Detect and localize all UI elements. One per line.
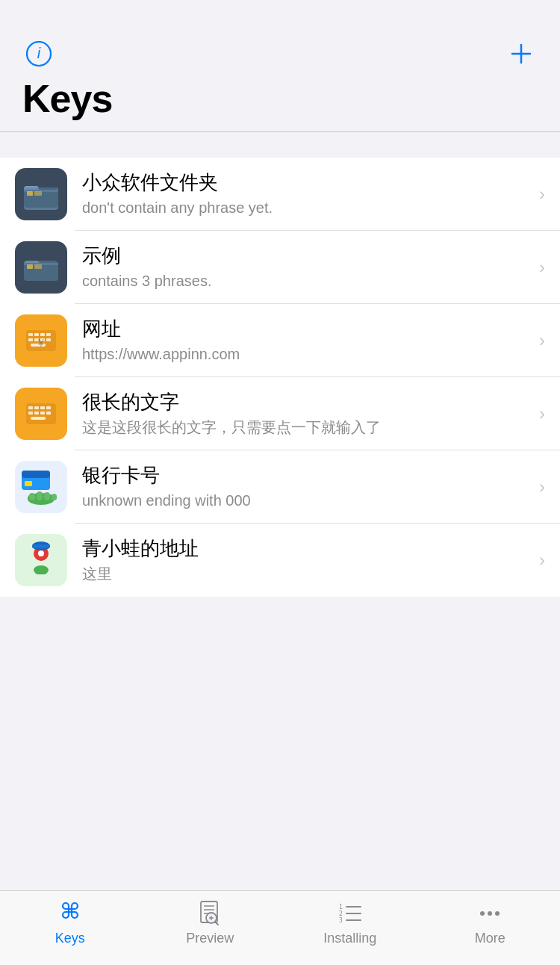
svg-rect-43 xyxy=(37,491,43,500)
list-item[interactable]: 青小蛙的地址 这里 › xyxy=(0,524,560,597)
svg-rect-38 xyxy=(22,471,50,478)
chevron-right-icon-3: › xyxy=(539,330,545,351)
keys-tab-icon xyxy=(55,900,85,927)
svg-rect-16 xyxy=(28,333,33,336)
item-text: 小众软件文件夹 don't contain any phrase yet. xyxy=(82,171,529,217)
svg-text:i: i xyxy=(37,45,41,61)
svg-rect-18 xyxy=(40,333,45,336)
installing-tab-icon: 1 2 3 xyxy=(335,900,365,927)
item-title-6: 青小蛙的地址 xyxy=(82,537,529,560)
tab-more[interactable]: More xyxy=(420,900,561,946)
item-title: 小众软件文件夹 xyxy=(82,171,529,194)
chevron-right-icon-4: › xyxy=(539,403,545,424)
svg-rect-51 xyxy=(34,567,48,574)
tab-label-preview: Preview xyxy=(186,931,234,946)
svg-rect-45 xyxy=(52,494,57,500)
list-item[interactable]: ¥ 网址 https://www.appinn.com › xyxy=(0,304,560,377)
folder-dark-icon xyxy=(15,168,67,220)
svg-text:¥: ¥ xyxy=(37,337,44,349)
add-button[interactable] xyxy=(505,37,538,70)
info-icon[interactable]: i xyxy=(22,37,55,70)
header: i xyxy=(0,0,560,70)
item-subtitle-2: contains 3 phrases. xyxy=(82,271,529,291)
svg-rect-17 xyxy=(34,333,39,336)
item-text-2: 示例 contains 3 phrases. xyxy=(82,244,529,290)
list-item[interactable]: 很长的文字 这是这段很长的文字，只需要点一下就输入了 › xyxy=(0,377,560,450)
keyboard-icon: ¥ xyxy=(15,314,67,367)
svg-rect-13 xyxy=(34,264,42,269)
location-icon xyxy=(15,534,67,586)
svg-rect-8 xyxy=(27,191,33,196)
item-title-2: 示例 xyxy=(82,244,529,267)
svg-text:2: 2 xyxy=(339,910,343,917)
tab-label-more: More xyxy=(475,931,505,946)
item-subtitle: don't contain any phrase yet. xyxy=(82,198,529,217)
svg-rect-30 xyxy=(40,406,45,409)
item-text-5: 银行卡号 unknown ending with 000 xyxy=(82,464,529,509)
item-text-6: 青小蛙的地址 这里 xyxy=(82,537,529,583)
list-item[interactable]: 银行卡号 unknown ending with 000 › xyxy=(0,450,560,524)
page-title: Keys xyxy=(0,70,560,131)
svg-text:1: 1 xyxy=(339,904,343,910)
chevron-right-icon-6: › xyxy=(539,550,545,571)
svg-rect-23 xyxy=(46,338,51,341)
svg-rect-19 xyxy=(46,333,51,336)
tab-installing[interactable]: 1 2 3 Installing xyxy=(280,900,420,946)
tab-label-installing: Installing xyxy=(323,931,376,946)
item-title-4: 很长的文字 xyxy=(82,391,529,414)
item-subtitle-6: 这里 xyxy=(82,564,529,583)
preview-tab-icon xyxy=(195,900,225,927)
svg-rect-28 xyxy=(28,406,33,409)
svg-rect-29 xyxy=(34,406,39,409)
item-subtitle-4: 这是这段很长的文字，只需要点一下就输入了 xyxy=(82,418,529,437)
svg-rect-31 xyxy=(46,406,51,409)
item-subtitle-5: unknown ending with 000 xyxy=(82,491,529,510)
chevron-right-icon: › xyxy=(539,184,545,205)
tab-preview[interactable]: Preview xyxy=(140,900,281,946)
svg-rect-39 xyxy=(25,481,32,486)
svg-point-68 xyxy=(495,911,500,916)
svg-point-47 xyxy=(38,550,44,556)
list-item[interactable]: 示例 contains 3 phrases. › xyxy=(0,231,560,304)
tab-keys[interactable]: Keys xyxy=(0,900,140,946)
chevron-right-icon-5: › xyxy=(539,477,545,497)
item-text-4: 很长的文字 这是这段很长的文字，只需要点一下就输入了 xyxy=(82,391,529,436)
svg-rect-12 xyxy=(27,264,33,269)
svg-rect-49 xyxy=(32,544,50,548)
item-title-3: 网址 xyxy=(82,317,529,341)
svg-rect-44 xyxy=(44,492,50,500)
item-text-3: 网址 https://www.appinn.com xyxy=(82,317,529,363)
svg-rect-32 xyxy=(28,412,33,415)
svg-rect-33 xyxy=(34,412,39,415)
svg-rect-20 xyxy=(28,338,33,341)
tab-bar: Keys Preview 1 2 xyxy=(0,890,560,965)
svg-rect-42 xyxy=(29,493,35,500)
svg-point-67 xyxy=(488,911,492,916)
more-tab-icon xyxy=(475,900,505,927)
svg-rect-9 xyxy=(34,191,42,196)
section-spacer xyxy=(0,132,560,158)
item-title-5: 银行卡号 xyxy=(82,464,529,487)
keyboard-icon-2 xyxy=(15,388,67,440)
folder-dark-icon-2 xyxy=(15,241,67,294)
list-item[interactable]: 小众软件文件夹 don't contain any phrase yet. › xyxy=(0,158,560,231)
svg-rect-35 xyxy=(46,412,51,415)
svg-text:3: 3 xyxy=(339,917,343,924)
bottom-spacer xyxy=(0,597,560,746)
items-list: 小众软件文件夹 don't contain any phrase yet. › … xyxy=(0,158,560,597)
svg-rect-36 xyxy=(31,417,46,420)
svg-point-66 xyxy=(480,911,485,916)
item-subtitle-3: https://www.appinn.com xyxy=(82,344,529,364)
svg-rect-34 xyxy=(40,412,45,415)
chevron-right-icon-2: › xyxy=(539,257,545,278)
card-icon xyxy=(15,461,67,513)
tab-label-keys: Keys xyxy=(55,931,85,946)
